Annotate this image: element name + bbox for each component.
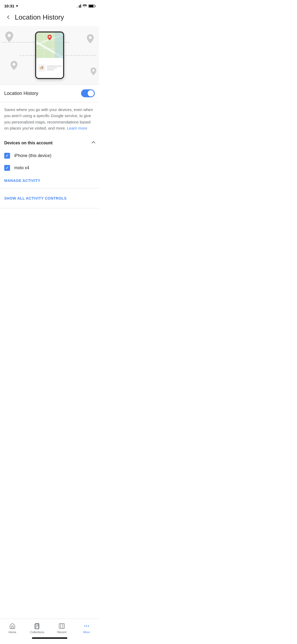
location-indicator-icon: ➤ <box>16 4 18 8</box>
device-name-moto: moto x4 <box>14 165 29 170</box>
wifi-icon <box>83 4 87 8</box>
red-map-pin-icon <box>48 35 52 42</box>
header: Location History <box>0 10 99 26</box>
svg-point-2 <box>89 36 92 39</box>
phone-mockup: 🍜 <box>35 31 64 79</box>
devices-header[interactable]: Devices on this account <box>4 136 95 150</box>
device-item-iphone[interactable]: ✓ iPhone (this device) <box>4 150 95 162</box>
checkbox-iphone[interactable]: ✓ <box>4 153 10 159</box>
manage-activity-button[interactable]: MANAGE ACTIVITY <box>0 174 99 188</box>
hero-inner: 🍜 <box>0 26 99 84</box>
phone-screen: 🍜 <box>36 33 63 78</box>
back-chevron-icon <box>7 15 11 19</box>
toggle-knob <box>88 90 94 96</box>
devices-section: Devices on this account ✓ iPhone (this d… <box>0 136 99 174</box>
grey-pin-topleft <box>5 31 13 43</box>
food-emoji: 🍜 <box>37 64 45 72</box>
checkbox-moto[interactable]: ✓ <box>4 165 10 171</box>
status-time: 10:31 ➤ <box>4 4 18 8</box>
svg-point-3 <box>92 69 95 72</box>
description-section: Saves where you go with your devices, ev… <box>0 102 99 136</box>
show-all-divider <box>0 208 99 208</box>
device-name-iphone: iPhone (this device) <box>14 153 51 158</box>
signal-icon <box>76 4 81 8</box>
hero-image: 🍜 <box>0 26 99 84</box>
chevron-up-icon <box>92 141 95 145</box>
description-text: Saves where you go with your devices, ev… <box>4 107 95 131</box>
grey-pin-bottomright <box>91 67 96 76</box>
manage-activity-label: MANAGE ACTIVITY <box>4 178 40 183</box>
svg-point-4 <box>49 36 50 38</box>
device-item-moto[interactable]: ✓ moto x4 <box>4 162 95 174</box>
status-bar: 10:31 ➤ <box>0 0 99 10</box>
page-title: Location History <box>15 13 64 21</box>
grey-pin-topright <box>87 34 94 44</box>
grey-pin-bottomleft <box>11 61 17 71</box>
back-button[interactable] <box>4 12 14 22</box>
checkmark-icon-moto: ✓ <box>6 166 9 170</box>
checkmark-icon: ✓ <box>6 154 9 158</box>
learn-more-link[interactable]: Learn more <box>67 126 87 130</box>
show-all-label: SHOW ALL ACTIVITY CONTROLS <box>4 196 67 200</box>
svg-point-0 <box>8 34 11 37</box>
toggle-label: Location History <box>4 91 38 96</box>
show-all-activity-controls-button[interactable]: SHOW ALL ACTIVITY CONTROLS <box>0 188 99 208</box>
location-history-toggle-row: Location History <box>0 85 99 102</box>
battery-icon <box>88 4 95 8</box>
location-history-toggle[interactable] <box>81 89 95 97</box>
status-icons <box>76 4 95 8</box>
devices-title: Devices on this account <box>4 141 53 145</box>
svg-point-1 <box>13 63 15 66</box>
